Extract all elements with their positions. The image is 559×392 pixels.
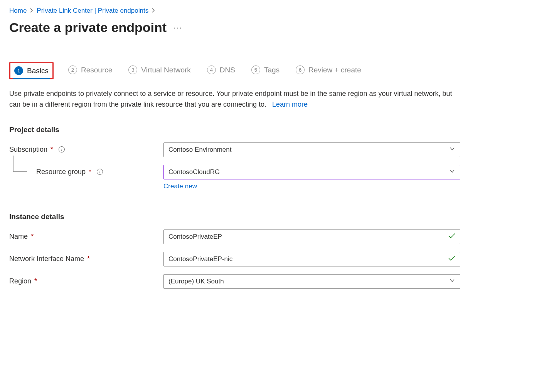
wizard-tabs: 1 Basics 2 Resource 3 Virtual Network 4 …	[9, 62, 550, 79]
step-number-icon: 2	[68, 65, 77, 74]
tab-label: DNS	[220, 66, 235, 74]
label-subscription: Subscription * i	[9, 142, 163, 154]
label-nic-name: Network Interface Name *	[9, 252, 163, 263]
step-number-icon: 1	[14, 66, 23, 75]
label-text: Region	[9, 277, 31, 285]
label-region: Region *	[9, 274, 163, 285]
chevron-down-icon	[449, 277, 455, 285]
checkmark-icon	[448, 233, 455, 241]
label-text: Resource group	[36, 168, 86, 176]
highlight-box: 1 Basics	[9, 62, 54, 79]
tab-label: Virtual Network	[141, 66, 190, 74]
label-resource-group: Resource group * i	[9, 165, 163, 176]
required-asterisk: *	[51, 146, 53, 154]
input-value: ContosoPrivateEP-nic	[168, 255, 232, 263]
learn-more-link[interactable]: Learn more	[272, 101, 308, 108]
label-text: Subscription	[9, 146, 47, 154]
tab-basics[interactable]: 1 Basics	[13, 64, 50, 78]
more-actions-button[interactable]: ···	[173, 23, 182, 32]
step-number-icon: 6	[296, 65, 305, 74]
step-number-icon: 4	[207, 65, 216, 74]
label-text: Name	[9, 233, 28, 241]
description-text: Use private endpoints to privately conne…	[9, 89, 464, 110]
tab-resource[interactable]: 2 Resource	[67, 63, 114, 78]
info-icon[interactable]: i	[97, 169, 103, 175]
region-select[interactable]: (Europe) UK South	[163, 274, 460, 289]
label-text: Network Interface Name	[9, 255, 84, 263]
chevron-down-icon	[449, 146, 455, 154]
info-icon[interactable]: i	[59, 146, 65, 152]
select-value: ContosoCloudRG	[168, 168, 220, 176]
tree-connector-icon	[13, 156, 27, 172]
description-body: Use private endpoints to privately conne…	[9, 90, 452, 108]
name-input[interactable]: ContosoPrivateEP	[163, 230, 460, 244]
select-value: Contoso Environment	[168, 146, 231, 154]
step-number-icon: 5	[251, 65, 260, 74]
tab-tags[interactable]: 5 Tags	[250, 63, 281, 78]
required-asterisk: *	[87, 255, 90, 263]
tab-label: Tags	[264, 66, 280, 74]
chevron-right-icon	[152, 7, 155, 15]
breadcrumb-private-link-center[interactable]: Private Link Center | Private endpoints	[37, 7, 148, 15]
required-asterisk: *	[31, 233, 34, 241]
input-value: ContosoPrivateEP	[168, 233, 222, 241]
required-asterisk: *	[89, 168, 91, 176]
create-new-link[interactable]: Create new	[163, 183, 197, 190]
chevron-right-icon	[30, 7, 34, 15]
breadcrumb: Home Private Link Center | Private endpo…	[9, 7, 550, 15]
resource-group-select[interactable]: ContosoCloudRG	[163, 165, 460, 179]
tab-review-create[interactable]: 6 Review + create	[294, 63, 363, 78]
required-asterisk: *	[34, 277, 37, 285]
section-instance-details: Instance details	[9, 213, 550, 221]
checkmark-icon	[448, 255, 455, 263]
chevron-down-icon	[449, 168, 455, 176]
tab-virtual-network[interactable]: 3 Virtual Network	[127, 63, 192, 78]
section-project-details: Project details	[9, 126, 550, 134]
label-name: Name *	[9, 230, 163, 241]
tab-label: Review + create	[308, 66, 361, 74]
tab-label: Basics	[27, 67, 49, 75]
tab-label: Resource	[81, 66, 112, 74]
tab-dns[interactable]: 4 DNS	[205, 63, 237, 78]
page-title: Create a private endpoint	[9, 20, 167, 35]
breadcrumb-home[interactable]: Home	[9, 7, 27, 15]
step-number-icon: 3	[128, 65, 137, 74]
subscription-select[interactable]: Contoso Environment	[163, 142, 460, 157]
nic-name-input[interactable]: ContosoPrivateEP-nic	[163, 252, 460, 266]
select-value: (Europe) UK South	[168, 278, 224, 285]
